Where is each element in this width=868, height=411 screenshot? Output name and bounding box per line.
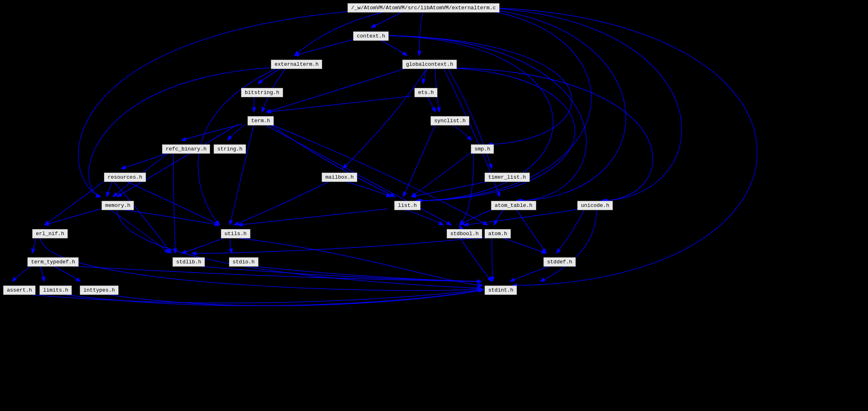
node-context-h: context.h	[353, 31, 389, 41]
node-synclist-h: synclist.h	[431, 116, 469, 125]
node-ets-h: ets.h	[414, 88, 437, 97]
node-stdbool-h: stdbool.h	[447, 229, 482, 238]
node-inttypes-h: inttypes.h	[80, 286, 119, 295]
node-stdint-h: stdint.h	[485, 286, 517, 295]
node-timer-list-h: timer_list.h	[485, 173, 530, 182]
node-stdio-h: stdio.h	[229, 257, 258, 267]
node-unicode-h: unicode.h	[577, 201, 613, 210]
node-atom-h: atom.h	[485, 229, 511, 238]
node-atom-table-h: atom_table.h	[491, 201, 536, 210]
node-list-h: list.h	[394, 201, 420, 210]
node-assert-h: assert.h	[3, 286, 35, 295]
node-term-typedef-h: term_typedef.h	[27, 257, 79, 267]
node-externalterm-h: externalterm.h	[271, 60, 322, 69]
node-term-h: term.h	[248, 116, 274, 125]
node-stdlib-h: stdlib.h	[173, 257, 205, 267]
node-smp-h: smp.h	[471, 144, 494, 154]
node-main: /_w/AtomVM/AtomVM/src/libAtomVM/external…	[348, 3, 500, 13]
node-utils-h: utils.h	[221, 229, 250, 238]
node-memory-h: memory.h	[102, 201, 134, 210]
node-mailbox-h: mailbox.h	[322, 173, 357, 182]
node-resources-h: resources.h	[104, 173, 146, 182]
node-bitstring-h: bitstring.h	[241, 88, 283, 97]
node-string-h: string.h	[214, 144, 246, 154]
node-refc-binary-h: refc_binary.h	[162, 144, 210, 154]
node-limits-h: limits.h	[40, 286, 72, 295]
node-stddef-h: stddef.h	[543, 257, 576, 267]
node-erl-nif-h: erl_nif.h	[32, 229, 68, 238]
node-globalcontext-h: globalcontext.h	[402, 60, 457, 69]
